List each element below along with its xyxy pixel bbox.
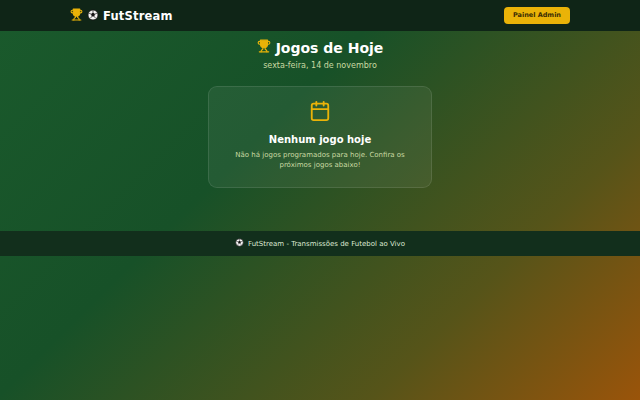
brand-name: FutStream <box>103 9 173 23</box>
card-title: Nenhum jogo hoje <box>221 134 419 145</box>
page-title: Jogos de Hoje <box>0 39 640 56</box>
no-games-card: Nenhum jogo hoje Não há jogos programado… <box>208 86 432 188</box>
footer: FutStream - Transmissões de Futebol ao V… <box>0 231 640 256</box>
calendar-icon <box>309 100 331 126</box>
admin-panel-button[interactable]: Painel Admin <box>504 7 570 24</box>
date-subtitle: sexta-feira, 14 de novembro <box>0 61 640 70</box>
footer-text: FutStream - Transmissões de Futebol ao V… <box>248 240 405 248</box>
soccer-ball-icon <box>87 6 99 25</box>
header: FutStream Painel Admin <box>0 0 640 31</box>
header-container: FutStream Painel Admin <box>70 6 570 25</box>
trophy-icon <box>70 6 83 25</box>
trophy-icon <box>257 39 271 56</box>
brand-logo[interactable]: FutStream <box>70 6 173 25</box>
card-message: Não há jogos programados para hoje. Conf… <box>221 151 419 171</box>
main-content: Jogos de Hoje sexta-feira, 14 de novembr… <box>0 31 640 231</box>
page-title-text: Jogos de Hoje <box>276 40 384 56</box>
soccer-ball-icon <box>235 238 244 249</box>
